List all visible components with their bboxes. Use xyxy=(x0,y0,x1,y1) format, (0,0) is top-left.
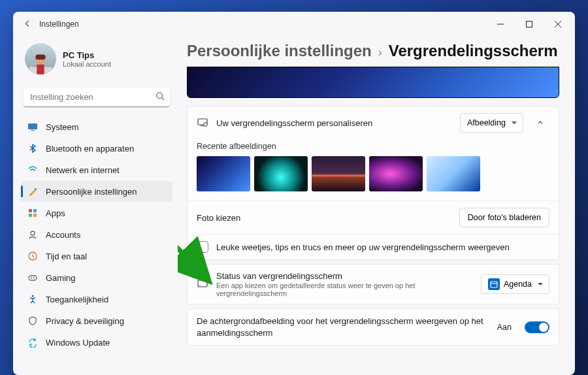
svg-point-17 xyxy=(31,231,35,235)
status-card: Status van vergrendelingsscherm Een app … xyxy=(187,264,559,304)
personalize-title: Uw vergrendelingsscherm personaliseren xyxy=(216,118,452,128)
svg-point-8 xyxy=(157,93,163,99)
update-icon xyxy=(27,337,38,348)
svg-rect-14 xyxy=(33,209,37,212)
sidebar-item-bluetooth[interactable]: Bluetooth en apparaten xyxy=(21,138,172,159)
status-subtitle: Een app kiezen om gedetailleerde status … xyxy=(216,282,473,297)
svg-rect-15 xyxy=(29,214,32,217)
sidebar-item-label: Gaming xyxy=(46,273,76,283)
shield-icon xyxy=(27,316,38,326)
sidebar-item-system[interactable]: Systeem xyxy=(21,116,172,137)
close-button[interactable] xyxy=(544,14,572,35)
sidebar-item-apps[interactable]: Apps xyxy=(21,203,172,223)
svg-point-20 xyxy=(31,278,32,279)
sidebar-item-network[interactable]: Netwerk en internet xyxy=(21,159,172,180)
sidebar-item-label: Persoonlijke instellingen xyxy=(46,187,137,197)
sidebar-item-windows-update[interactable]: Windows Update xyxy=(21,332,172,353)
search-box xyxy=(24,88,170,107)
svg-rect-6 xyxy=(35,55,45,60)
svg-rect-7 xyxy=(37,65,44,74)
personalization-icon xyxy=(27,186,38,197)
svg-rect-19 xyxy=(29,276,37,280)
apps-icon xyxy=(27,208,38,218)
svg-line-9 xyxy=(162,98,165,101)
choose-photo-label: Foto kiezen xyxy=(197,213,451,223)
recent-image-thumb[interactable] xyxy=(312,156,365,191)
browse-photos-button[interactable]: Door foto's bladeren xyxy=(459,208,549,227)
status-icon xyxy=(197,278,208,290)
clock-icon xyxy=(27,251,38,261)
profile-name: PC Tips xyxy=(63,50,111,60)
profile-subtitle: Lokaal account xyxy=(63,60,111,68)
maximize-button[interactable] xyxy=(515,14,544,35)
background-toggle[interactable] xyxy=(525,321,549,333)
recent-image-thumb[interactable] xyxy=(254,156,308,191)
chevron-up-icon[interactable] xyxy=(531,118,549,128)
sidebar-item-accessibility[interactable]: Toegankelijkheid xyxy=(21,289,172,310)
monitor-lock-icon xyxy=(197,117,208,129)
recent-images-row xyxy=(197,156,549,191)
sidebar: PC Tips Lokaal account Systeem Bluetooth… xyxy=(13,37,178,375)
sidebar-item-label: Bluetooth en apparaten xyxy=(46,144,134,154)
back-button[interactable] xyxy=(16,19,39,30)
recent-image-thumb[interactable] xyxy=(427,156,480,191)
personalize-card: Uw vergrendelingsscherm personaliseren A… xyxy=(187,106,559,260)
titlebar: Instellingen xyxy=(13,12,575,37)
gaming-icon xyxy=(27,272,38,283)
search-input[interactable] xyxy=(24,88,170,107)
settings-window: Instellingen PC Tips Lokaal account xyxy=(13,12,575,375)
sidebar-item-label: Windows Update xyxy=(46,338,110,348)
sidebar-item-label: Tijd en taal xyxy=(46,252,87,261)
sidebar-item-time-language[interactable]: Tijd en taal xyxy=(21,246,172,267)
nav-list: Systeem Bluetooth en apparaten Netwerk e… xyxy=(21,116,172,353)
svg-rect-16 xyxy=(33,214,37,217)
breadcrumb-parent[interactable]: Persoonlijke instellingen xyxy=(187,42,372,60)
sidebar-item-label: Privacy & beveiliging xyxy=(46,316,124,326)
lock-screen-preview[interactable] xyxy=(187,67,559,98)
svg-rect-26 xyxy=(198,280,207,287)
accounts-icon xyxy=(27,229,38,240)
sidebar-item-accounts[interactable]: Accounts xyxy=(21,224,172,245)
chevron-right-icon: › xyxy=(378,46,382,59)
search-icon xyxy=(155,91,165,103)
sidebar-item-label: Netwerk en internet xyxy=(46,165,120,175)
svg-rect-25 xyxy=(204,123,207,126)
minimize-button[interactable] xyxy=(486,14,515,35)
sidebar-item-gaming[interactable]: Gaming xyxy=(21,267,172,288)
recent-image-thumb[interactable] xyxy=(197,156,250,191)
calendar-icon xyxy=(488,278,500,290)
sidebar-item-privacy[interactable]: Privacy & beveiliging xyxy=(21,310,172,331)
svg-point-22 xyxy=(32,295,34,297)
svg-rect-11 xyxy=(31,130,35,131)
app-title: Instellingen xyxy=(39,20,79,29)
sidebar-item-label: Systeem xyxy=(46,122,79,132)
breadcrumb: Persoonlijke instellingen › Vergrendelin… xyxy=(187,37,559,67)
recent-image-thumb[interactable] xyxy=(369,156,423,191)
svg-point-21 xyxy=(33,278,35,279)
svg-rect-1 xyxy=(527,22,532,27)
svg-rect-28 xyxy=(491,282,497,287)
sidebar-item-label: Toegankelijkheid xyxy=(46,295,108,304)
background-label: De achtergrondafbeelding voor het vergre… xyxy=(197,316,489,338)
tips-checkbox-label: Leuke weetjes, tips en trucs en meer op … xyxy=(216,242,549,252)
tips-checkbox[interactable] xyxy=(197,241,208,253)
status-app-dropdown[interactable]: Agenda xyxy=(481,274,549,294)
accessibility-icon xyxy=(27,294,38,304)
recent-images-label: Recente afbeeldingen xyxy=(197,142,549,151)
bluetooth-icon xyxy=(27,143,38,154)
profile-block[interactable]: PC Tips Lokaal account xyxy=(21,37,172,85)
system-icon xyxy=(27,122,38,132)
svg-point-27 xyxy=(199,285,201,286)
toggle-state-label: Aan xyxy=(497,323,512,332)
svg-rect-10 xyxy=(28,123,37,129)
sidebar-item-label: Accounts xyxy=(46,230,80,240)
avatar xyxy=(25,43,56,74)
background-card: De achtergrondafbeelding voor het vergre… xyxy=(187,308,559,346)
personalize-dropdown[interactable]: Afbeelding xyxy=(460,113,523,133)
sidebar-item-label: Apps xyxy=(46,208,65,218)
status-title: Status van vergrendelingsscherm xyxy=(216,271,473,281)
sidebar-item-personalization[interactable]: Persoonlijke instellingen xyxy=(21,181,172,202)
main-content: Persoonlijke instellingen › Vergrendelin… xyxy=(178,37,575,375)
svg-rect-13 xyxy=(29,209,32,212)
page-title: Vergrendelingsscherm xyxy=(389,42,558,60)
